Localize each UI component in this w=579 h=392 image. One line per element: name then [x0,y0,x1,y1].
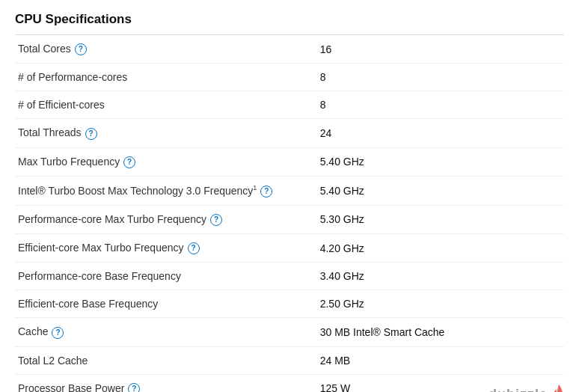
help-icon-total-threads[interactable]: ? [85,128,97,140]
spec-row-max-turbo-freq: Max Turbo Frequency?5.40 GHz [15,147,564,176]
spec-label-perf-base-freq: Performance-core Base Frequency [18,270,181,282]
spec-value-eff-max-turbo: 4.20 GHz [317,234,564,263]
help-icon-turbo-boost-max[interactable]: ? [260,186,272,197]
spec-value-turbo-boost-max: 5.40 GHz [317,176,564,205]
spec-value-total-threads: 24 [317,119,564,147]
spec-value-perf-cores: 8 [317,64,564,91]
spec-row-turbo-boost-max: Intel® Turbo Boost Max Technology 3.0 Fr… [15,176,564,205]
spec-label-total-cores: Total Cores [18,43,71,55]
help-icon-proc-base-power[interactable]: ? [128,383,140,392]
spec-label-perf-max-turbo: Performance-core Max Turbo Frequency [18,213,206,225]
spec-row-eff-max-turbo: Efficient-core Max Turbo Frequency?4.20 … [15,234,564,263]
help-icon-cache[interactable]: ? [52,327,64,339]
spec-label-eff-cores: # of Efficient-cores [18,99,105,111]
spec-value-max-turbo-freq: 5.40 GHz [317,147,564,176]
spec-value-eff-cores: 8 [317,91,564,119]
spec-row-perf-base-freq: Performance-core Base Frequency3.40 GHz [15,263,564,290]
spec-row-cache: Cache?30 MB Intel® Smart Cache [15,318,564,346]
spec-label-cache: Cache [18,325,48,337]
spec-row-proc-base-power: Processor Base Power?125 W [15,374,564,392]
spec-row-total-cores: Total Cores?16 [15,35,564,64]
page-container: CPU Specifications Total Cores?16# of Pe… [0,0,579,392]
spec-row-perf-cores: # of Performance-cores8 [15,64,564,91]
spec-label-eff-base-freq: Efficient-core Base Frequency [18,298,158,310]
spec-row-total-threads: Total Threads?24 [15,119,564,147]
spec-label-proc-base-power: Processor Base Power [18,382,124,392]
spec-label-eff-max-turbo: Efficient-core Max Turbo Frequency [18,242,184,254]
spec-label-turbo-boost-max: Intel® Turbo Boost Max Technology 3.0 Fr… [18,185,253,197]
spec-value-eff-base-freq: 2.50 GHz [317,290,564,318]
spec-value-cache: 30 MB Intel® Smart Cache [317,318,564,346]
spec-row-perf-max-turbo: Performance-core Max Turbo Frequency?5.3… [15,205,564,233]
spec-row-eff-cores: # of Efficient-cores8 [15,91,564,119]
spec-superscript-turbo-boost-max: 1 [253,184,257,192]
spec-value-perf-base-freq: 3.40 GHz [317,263,564,290]
spec-value-total-l2-cache: 24 MB [317,346,564,374]
spec-label-max-turbo-freq: Max Turbo Frequency [18,156,120,168]
spec-label-total-threads: Total Threads [18,126,82,138]
help-icon-max-turbo-freq[interactable]: ? [123,156,135,168]
spec-label-total-l2-cache: Total L2 Cache [18,355,88,367]
page-title: CPU Specifications [15,12,564,35]
spec-row-eff-base-freq: Efficient-core Base Frequency2.50 GHz [15,290,564,318]
help-icon-total-cores[interactable]: ? [75,43,87,55]
spec-table: Total Cores?16# of Performance-cores8# o… [15,35,564,392]
help-icon-perf-max-turbo[interactable]: ? [210,214,222,226]
watermark-text: dubizzle [488,387,548,392]
spec-row-total-l2-cache: Total L2 Cache24 MB [15,346,564,374]
spec-value-perf-max-turbo: 5.30 GHz [317,205,564,233]
watermark: dubizzle [488,383,567,392]
help-icon-eff-max-turbo[interactable]: ? [188,242,200,254]
watermark-flame-icon [551,383,567,392]
spec-label-perf-cores: # of Performance-cores [18,71,127,83]
spec-value-total-cores: 16 [317,35,564,64]
